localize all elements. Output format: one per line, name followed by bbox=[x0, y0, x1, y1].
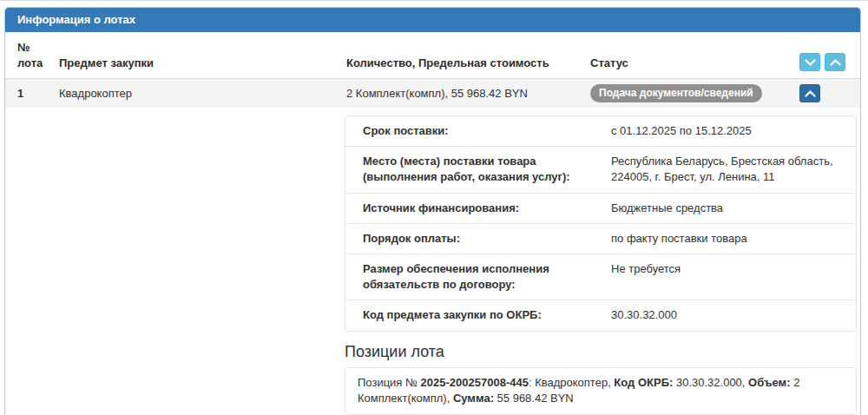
lot-position-item: Позиция № 2025-200257008-445: Квадрокопт… bbox=[345, 367, 857, 415]
positions-section-title: Позиции лота bbox=[345, 342, 857, 361]
header-lot-number: № лота bbox=[17, 40, 59, 71]
lot-quantity: 2 Комплект(компл), 55 968.42 BYN bbox=[346, 86, 590, 102]
lot-status-cell: Подача документов/сведений bbox=[590, 84, 789, 102]
detail-row: Место (места) поставки товара (выполнени… bbox=[345, 146, 856, 192]
detail-value: Бюджетные средства bbox=[611, 201, 838, 216]
chevron-down-icon bbox=[805, 59, 816, 66]
header-quantity: Количество, Предельная стоимость bbox=[346, 56, 590, 71]
detail-label: Порядок оплаты: bbox=[363, 231, 599, 247]
bulk-toggle-buttons bbox=[789, 53, 860, 71]
status-badge: Подача документов/сведений bbox=[590, 84, 762, 102]
detail-label: Источник финансирования: bbox=[363, 201, 599, 216]
lot-details-table: Срок поставки: с 01.12.2025 по 15.12.202… bbox=[345, 115, 857, 332]
lot-details-section: Срок поставки: с 01.12.2025 по 15.12.202… bbox=[5, 108, 860, 415]
lots-info-panel: Информация о лотах № лота Предмет закупк… bbox=[4, 7, 861, 415]
lot-row: 1 Квадрокоптер 2 Комплект(компл), 55 968… bbox=[5, 79, 860, 108]
page: { "panel": { "title": "Информация о лота… bbox=[0, 0, 868, 415]
detail-label: Срок поставки: bbox=[363, 123, 599, 139]
collapse-all-button[interactable] bbox=[825, 53, 845, 71]
header-subject: Предмет закупки bbox=[59, 56, 346, 71]
lot-subject: Квадрокоптер bbox=[59, 86, 346, 102]
header-status: Статус bbox=[590, 56, 789, 71]
detail-row: Порядок оплаты: по факту поставки товара bbox=[345, 223, 856, 254]
detail-label: Размер обеспечения исполнения обязательс… bbox=[363, 261, 599, 293]
lot-number: 1 bbox=[17, 86, 59, 102]
position-text: Позиция № 2025-200257008-445: Квадрокопт… bbox=[358, 376, 799, 405]
detail-row: Код предмета закупки по ОКРБ: 30.30.32.0… bbox=[345, 300, 856, 330]
detail-value: Не требуется bbox=[611, 261, 838, 293]
detail-value: с 01.12.2025 по 15.12.2025 bbox=[611, 123, 838, 139]
chevron-up-icon bbox=[805, 90, 816, 97]
detail-value: по факту поставки товара bbox=[611, 231, 838, 247]
expand-all-button[interactable] bbox=[799, 53, 820, 71]
detail-row: Срок поставки: с 01.12.2025 по 15.12.202… bbox=[345, 116, 856, 146]
detail-label: Код предмета закупки по ОКРБ: bbox=[363, 307, 599, 323]
panel-title: Информация о лотах bbox=[5, 8, 860, 32]
lot-toggle-cell bbox=[789, 84, 860, 102]
detail-value: 30.30.32.000 bbox=[611, 307, 838, 323]
table-header-row: № лота Предмет закупки Количество, Преде… bbox=[5, 32, 860, 79]
lot-collapse-button[interactable] bbox=[799, 84, 820, 102]
detail-label: Место (места) поставки товара (выполнени… bbox=[363, 154, 599, 185]
detail-row: Размер обеспечения исполнения обязательс… bbox=[345, 254, 856, 300]
chevron-up-icon bbox=[830, 59, 841, 66]
detail-value: Республика Беларусь, Брестская область, … bbox=[611, 154, 838, 185]
detail-row: Источник финансирования: Бюджетные средс… bbox=[345, 193, 856, 223]
